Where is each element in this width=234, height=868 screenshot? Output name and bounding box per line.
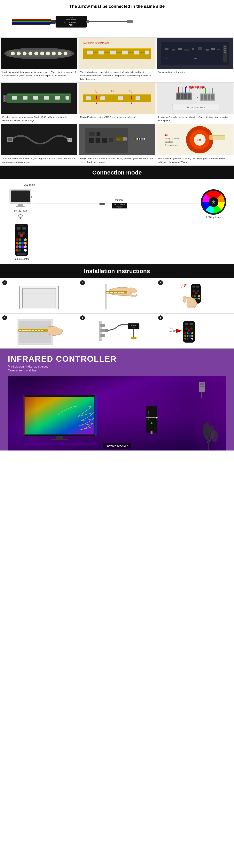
svg-rect-55: [224, 48, 226, 49]
svg-rect-53: [223, 45, 227, 62]
svg-point-165: [24, 238, 27, 241]
led-strip-label: LED light strip: [206, 216, 221, 219]
infrared-receiver-label: Infrared receiver: [103, 443, 131, 448]
controller-diagram: LED CONTROLLER Output: 3X2A 3KEY: [112, 202, 127, 209]
svg-rect-230: [185, 323, 188, 325]
svg-rect-74: [83, 94, 151, 102]
svg-rect-157: [16, 227, 21, 229]
svg-rect-121: [109, 138, 113, 142]
svg-point-239: [184, 335, 186, 337]
tv-diagram: [8, 188, 33, 210]
installation-header-text: Installation instructions: [84, 268, 150, 274]
svg-text:✂: ✂: [94, 89, 96, 93]
svg-rect-50: [205, 49, 209, 51]
svg-line-206: [181, 284, 189, 285]
feature-img-6: 针对接 方便快接 →: [156, 83, 234, 114]
infrared-subtitle-2: Convenient and fast.: [8, 369, 38, 372]
connection-diagram: USB male TV USB port: [0, 179, 234, 264]
feature-img-4: [0, 83, 78, 114]
svg-text:→: →: [49, 16, 51, 18]
remote-control-diagram: [12, 224, 31, 257]
svg-text:3KEY: 3KEY: [69, 24, 73, 26]
feature-text-4: PU glue is used for water-proof Grade: I…: [0, 114, 78, 124]
svg-text:3X2A: 3X2A: [132, 327, 135, 328]
feature-img-3: 185 A3Y: [156, 38, 234, 69]
svg-rect-56: [224, 50, 226, 51]
arrow-connection-section: The arrow must be connected in the same …: [0, 0, 234, 37]
install-step-2-svg: [90, 282, 144, 309]
svg-point-204: [196, 298, 198, 300]
svg-rect-34: [134, 51, 139, 55]
feature-cell-4: PU glue is used for water-proof Grade: I…: [0, 83, 78, 124]
feature-text-1: It adopts high brightness authentic squa…: [0, 69, 78, 82]
svg-point-234: [188, 329, 190, 332]
svg-rect-178: [17, 253, 26, 255]
svg-rect-111: [67, 138, 72, 142]
usb-male-label: USB male: [24, 183, 35, 186]
svg-rect-194: [196, 286, 199, 287]
svg-rect-100: [211, 94, 214, 99]
svg-rect-185: [105, 284, 107, 309]
svg-point-195: [193, 290, 195, 292]
connector-4pin-svg: 针对接 方便快接 →: [157, 83, 233, 114]
svg-rect-129: [141, 138, 143, 140]
led-center-star: [210, 198, 218, 206]
svg-rect-47: [184, 49, 189, 51]
svg-rect-210: [19, 321, 51, 343]
svg-text:3KEY: 3KEY: [69, 17, 73, 18]
svg-rect-49: [198, 47, 202, 50]
feature-cell-6: 针对接 方便快接 →: [156, 83, 234, 124]
svg-rect-2: [12, 21, 51, 22]
svg-rect-187: [106, 292, 109, 293]
step-number-4: 4: [2, 315, 7, 320]
svg-rect-137: [209, 135, 225, 136]
svg-rect-262: [151, 431, 153, 434]
svg-point-177: [24, 249, 27, 252]
remote-label: Remote control: [13, 258, 29, 260]
install-step-4: 4: [0, 313, 78, 349]
svg-point-161: [20, 234, 23, 237]
feature-text-3: Samsung imported resistor: [156, 69, 234, 82]
svg-point-26: [4, 48, 74, 59]
svg-rect-118: [89, 138, 94, 143]
svg-text:→: →: [195, 95, 199, 99]
svg-rect-97: [201, 94, 203, 99]
led-reel-center: [209, 197, 219, 207]
wifi-icon: [17, 214, 24, 220]
svg-rect-88: [177, 93, 180, 99]
svg-rect-65: [33, 96, 38, 99]
feature-cell-1: It adopts high brightness authentic squa…: [0, 38, 78, 83]
svg-rect-156: [19, 225, 24, 226]
ir-arrow-svg: [144, 415, 160, 421]
svg-text:双层线路板 看得见的品质: 双层线路板 看得见的品质: [83, 41, 109, 44]
svg-point-175: [19, 249, 21, 252]
svg-rect-31: [98, 51, 104, 55]
svg-rect-256: [51, 439, 68, 440]
svg-point-243: [184, 338, 186, 340]
svg-rect-3: [12, 23, 51, 24]
feature-cell-5: ✂ ✂ ✂ Marked "scissors pattern" RGB can …: [78, 83, 156, 124]
svg-rect-116: [89, 132, 95, 136]
feature-img-1: [0, 38, 78, 69]
tv-usb-label: TV USB port: [14, 210, 27, 212]
svg-point-197: [195, 292, 197, 294]
svg-point-244: [187, 338, 189, 340]
svg-point-200: [196, 295, 198, 297]
svg-rect-228: [105, 329, 108, 332]
feature-text-6: It adopts 4P needle thread pair drawing,…: [156, 114, 234, 124]
svg-rect-219: [41, 330, 43, 331]
svg-rect-71: [4, 98, 5, 99]
svg-rect-149: [100, 203, 104, 205]
svg-rect-64: [23, 96, 28, 99]
feature-cell-3: 185 A3Y Samsung imported resistor: [156, 38, 234, 83]
double-layer-svg: 双层线路板 看得见的品质: [79, 38, 155, 69]
svg-text:✂: ✂: [129, 89, 131, 93]
svg-rect-223: [100, 334, 105, 337]
svg-rect-212: [19, 330, 22, 331]
svg-rect-44: [165, 48, 168, 50]
feature-img-2: 双层线路板 看得见的品质: [78, 38, 156, 69]
svg-rect-144: [18, 204, 24, 206]
svg-point-174: [16, 249, 19, 252]
controller-label: controller: [115, 199, 124, 202]
svg-text:3KEY: 3KEY: [119, 207, 121, 208]
